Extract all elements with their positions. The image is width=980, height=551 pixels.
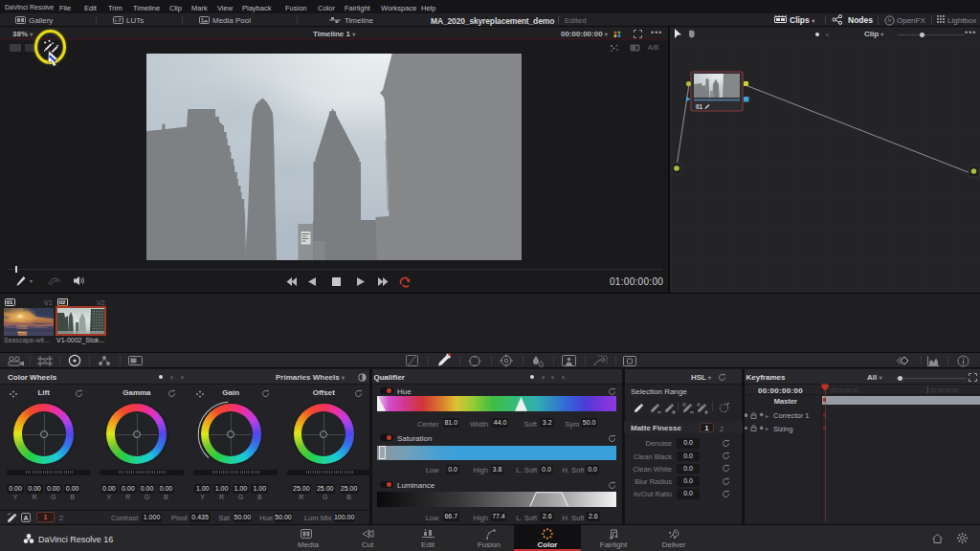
svg-text:fx: fx (888, 17, 892, 23)
svg-text:01: 01 (696, 103, 703, 110)
